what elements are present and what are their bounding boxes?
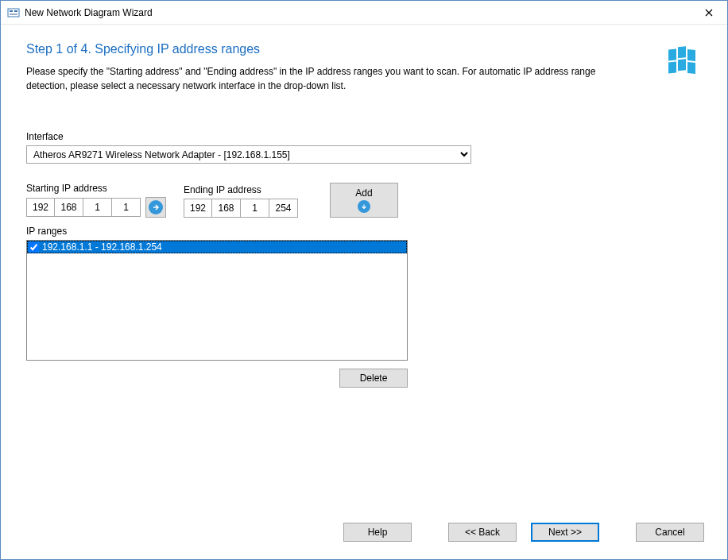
step-heading: Step 1 of 4. Specifying IP address range… <box>26 42 702 56</box>
add-button[interactable]: Add <box>330 183 398 218</box>
add-button-label: Add <box>355 187 372 199</box>
interface-field: Interface Atheros AR9271 Wireless Networ… <box>26 131 702 164</box>
ending-ip-label: Ending IP address <box>184 184 298 195</box>
arrow-down-icon <box>358 200 370 213</box>
ending-ip-o2[interactable] <box>212 199 241 218</box>
starting-ip-label: Starting IP address <box>26 183 166 194</box>
ending-ip-o3[interactable] <box>241 199 269 218</box>
svg-rect-5 <box>678 46 686 58</box>
window-title: New Network Diagram Wizard <box>25 7 691 18</box>
instruction-text: Please specify the "Starting address" an… <box>26 64 630 93</box>
wizard-logo-icon <box>665 42 703 79</box>
svg-rect-3 <box>10 14 17 15</box>
ip-ranges-label: IP ranges <box>26 226 702 237</box>
ip-range-checkbox[interactable] <box>29 242 39 253</box>
back-button[interactable]: << Back <box>448 523 517 542</box>
arrow-right-icon <box>149 200 163 214</box>
svg-rect-7 <box>678 59 686 71</box>
wizard-content: Step 1 of 4. Specifying IP address range… <box>1 25 727 521</box>
svg-rect-8 <box>687 49 695 61</box>
titlebar: New Network Diagram Wizard <box>1 1 727 25</box>
ending-ip-o4[interactable] <box>269 199 298 218</box>
wizard-footer: Help << Back Next >> Cancel <box>0 520 728 560</box>
starting-ip-o1[interactable] <box>26 198 55 217</box>
app-icon <box>7 6 20 19</box>
svg-rect-4 <box>668 49 676 61</box>
ending-ip-block: Ending IP address <box>184 184 298 218</box>
starting-ip-o3[interactable] <box>83 198 112 217</box>
close-button[interactable] <box>691 1 727 25</box>
starting-ip-block: Starting IP address <box>26 183 166 218</box>
svg-rect-6 <box>668 62 676 74</box>
delete-button[interactable]: Delete <box>339 369 408 388</box>
cancel-button[interactable]: Cancel <box>636 523 704 542</box>
svg-rect-0 <box>8 9 19 17</box>
ip-range-text: 192.168.1.1 - 192.168.1.254 <box>42 241 162 253</box>
next-button[interactable]: Next >> <box>531 523 599 542</box>
ip-range-row[interactable]: 192.168.1.1 - 192.168.1.254 <box>27 241 407 253</box>
copy-to-ending-button[interactable] <box>145 197 166 218</box>
svg-rect-1 <box>10 10 13 12</box>
starting-ip-o4[interactable] <box>112 198 141 217</box>
interface-select[interactable]: Atheros AR9271 Wireless Network Adapter … <box>26 145 471 164</box>
interface-label: Interface <box>26 131 702 142</box>
ending-ip-o1[interactable] <box>184 199 212 218</box>
help-button[interactable]: Help <box>343 523 412 542</box>
ip-ranges-list[interactable]: 192.168.1.1 - 192.168.1.254 <box>26 240 408 361</box>
svg-rect-9 <box>687 62 695 74</box>
starting-ip-o2[interactable] <box>55 198 83 217</box>
svg-rect-2 <box>14 10 17 12</box>
